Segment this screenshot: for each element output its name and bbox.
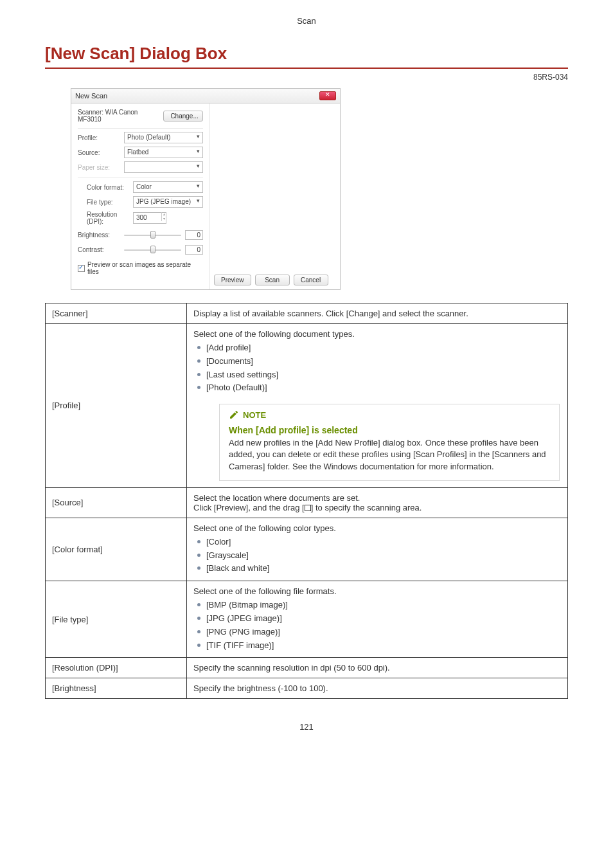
note-box: NOTE When [Add profile] is selected Add … [219,404,560,481]
filetype-label: File type: [87,199,133,206]
filetype-select[interactable]: JPG (JPEG image) [133,196,203,208]
separate-files-label: Preview or scan images as separate files [87,261,203,275]
source-label: Source: [78,149,124,156]
brightness-value[interactable]: 0 [185,230,203,240]
table-row: [File type] Select one of the following … [46,581,568,658]
note-body: Add new profiles in the [Add New Profile… [229,437,550,473]
contrast-label: Contrast: [78,246,124,253]
scan-button[interactable]: Scan [255,275,290,285]
source-line2b: ] to specify the scanning area. [311,503,422,512]
cell-profile-key: [Profile] [46,324,187,488]
separate-files-checkbox[interactable] [78,265,85,272]
source-select[interactable]: Flatbed [124,147,203,158]
list-item: [Documents] [197,355,561,368]
colorformat-intro: Select one of the following color types. [193,523,561,533]
cell-scanner-key: [Scanner] [46,303,187,324]
cell-scanner-desc: Display a list of available scanners. Cl… [187,303,568,324]
cancel-button[interactable]: Cancel [294,275,328,285]
note-subtitle: When [Add profile] is selected [229,425,550,435]
table-row: [Scanner] Display a list of available sc… [46,303,568,324]
cell-brightness-key: [Brightness] [46,678,187,699]
source-line2: Click [Preview], and the drag [] to spec… [193,503,561,512]
colorformat-select[interactable]: Color [133,181,203,193]
dialog-title: New Scan [75,92,107,100]
profile-label: Profile: [78,134,124,141]
brightness-label: Brightness: [78,231,124,239]
list-item: [TIF (TIFF image)] [197,639,561,653]
profile-intro: Select one of the following document typ… [193,329,561,339]
cell-resolution-key: [Resolution (DPI)] [46,658,187,678]
preview-area [210,104,340,271]
list-item: [BMP (Bitmap image)] [197,599,561,612]
brightness-slider[interactable] [124,231,181,240]
list-item: [Last used settings] [197,368,561,382]
resolution-input[interactable]: 300 [133,212,166,224]
list-item: [Add profile] [197,341,561,355]
table-row: [Resolution (DPI)] Specify the scanning … [46,658,568,678]
list-item: [Photo (Default)] [197,381,561,395]
description-table: [Scanner] Display a list of available sc… [45,303,568,699]
page-section-header: Scan [0,0,613,31]
crop-handle-icon [305,505,311,511]
cell-profile-desc: Select one of the following document typ… [187,324,568,488]
cell-filetype-key: [File type] [46,581,187,658]
profile-select[interactable]: Photo (Default) [124,132,203,143]
cell-colorformat-key: [Color format] [46,518,187,581]
colorformat-label: Color format: [87,184,133,191]
list-item: [PNG (PNG image)] [197,626,561,639]
cell-colorformat-desc: Select one of the following color types.… [187,518,568,581]
source-line2a: Click [Preview], and the drag [ [193,503,305,512]
list-item: [JPG (JPEG image)] [197,612,561,626]
papersize-select [124,161,203,173]
list-item: [Grayscale] [197,549,561,563]
page-title: [New Scan] Dialog Box [45,31,568,69]
table-row: [Source] Select the location where docum… [46,487,568,518]
page-number: 121 [45,722,568,732]
new-scan-dialog: New Scan Scanner: WIA Canon MF3010 Chang… [71,88,341,290]
close-icon[interactable] [319,91,336,100]
scanner-label: Scanner: WIA Canon MF3010 [78,109,155,123]
pencil-icon [229,410,239,420]
contrast-value[interactable]: 0 [185,245,203,255]
source-line1: Select the location where documents are … [193,493,561,503]
list-item: [Black and white] [197,562,561,575]
table-row: [Profile] Select one of the following do… [46,324,568,488]
cell-source-key: [Source] [46,487,187,518]
cell-brightness-desc: Specify the brightness (-100 to 100). [187,678,568,699]
table-row: [Color format] Select one of the followi… [46,518,568,581]
cell-resolution-desc: Specify the scanning resolution in dpi (… [187,658,568,678]
resolution-label: Resolution (DPI): [87,211,133,225]
cell-filetype-desc: Select one of the following file formats… [187,581,568,658]
contrast-slider[interactable] [124,246,181,255]
document-id: 85RS-034 [45,69,568,88]
papersize-label: Paper size: [78,164,124,171]
table-row: [Brightness] Specify the brightness (-10… [46,678,568,699]
preview-button[interactable]: Preview [214,275,251,285]
note-title: NOTE [243,410,266,420]
cell-source-desc: Select the location where documents are … [187,487,568,518]
list-item: [Color] [197,536,561,549]
change-button[interactable]: Change... [163,111,203,122]
filetype-intro: Select one of the following file formats… [193,586,561,596]
